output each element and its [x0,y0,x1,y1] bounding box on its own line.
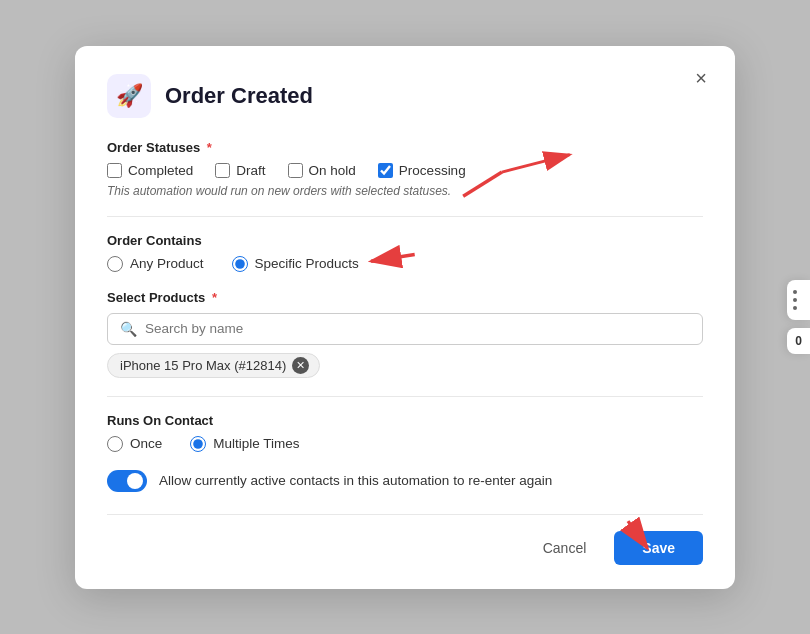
modal-overlay: 🚀 Order Created × Order Statuses * Compl… [0,0,810,634]
order-statuses-hint: This automation would run on new orders … [107,184,703,198]
product-tag: iPhone 15 Pro Max (#12814) ✕ [107,353,320,378]
status-on-hold[interactable]: On hold [288,163,356,178]
runs-on-contact-label: Runs On Contact [107,413,703,428]
tag-label: iPhone 15 Pro Max (#12814) [120,358,286,373]
checkbox-completed[interactable] [107,163,122,178]
toggle-label: Allow currently active contacts in this … [159,473,552,488]
order-statuses-label: Order Statuses * [107,140,703,155]
order-contains-row: Any Product Specific Products [107,256,703,272]
dot-1 [793,290,797,294]
radio-specific-products-input[interactable] [232,256,248,272]
modal-icon: 🚀 [107,74,151,118]
radio-multiple-times-input[interactable] [190,436,206,452]
toggle-slider [107,470,147,492]
dot-3 [793,306,797,310]
runs-on-contact-row: Once Multiple Times [107,436,703,452]
runs-on-contact-section: Runs On Contact Once Multiple Times [107,413,703,452]
radio-any-product[interactable]: Any Product [107,256,204,272]
radio-specific-products[interactable]: Specific Products [232,256,359,272]
tag-remove-button[interactable]: ✕ [292,357,309,374]
cancel-button[interactable]: Cancel [527,531,603,565]
checkbox-processing[interactable] [378,163,393,178]
save-button[interactable]: Save [614,531,703,565]
toggle-row: Allow currently active contacts in this … [107,470,703,492]
radio-any-product-input[interactable] [107,256,123,272]
status-draft[interactable]: Draft [215,163,265,178]
sidebar-badge: 0 [787,328,810,354]
search-wrap: 🔍 [107,313,703,345]
radio-once-input[interactable] [107,436,123,452]
search-input[interactable] [145,321,690,336]
close-button[interactable]: × [689,66,713,90]
order-statuses-row: Completed Draft On hold Processing [107,163,703,178]
re-enter-toggle[interactable] [107,470,147,492]
radio-multiple-times[interactable]: Multiple Times [190,436,299,452]
radio-once[interactable]: Once [107,436,162,452]
status-completed[interactable]: Completed [107,163,193,178]
checkbox-on-hold[interactable] [288,163,303,178]
modal-title: Order Created [165,83,313,109]
select-products-section: Select Products * 🔍 iPhone 15 Pro Max (#… [107,290,703,378]
divider-1 [107,216,703,217]
checkbox-draft[interactable] [215,163,230,178]
order-statuses-section: Order Statuses * Completed Draft On hold [107,140,703,198]
select-products-label: Select Products * [107,290,703,305]
dot-2 [793,298,797,302]
order-contains-section: Order Contains Any Product Specific Prod… [107,233,703,272]
modal: 🚀 Order Created × Order Statuses * Compl… [75,46,735,589]
status-processing[interactable]: Processing [378,163,466,178]
search-icon: 🔍 [120,321,137,337]
modal-header: 🚀 Order Created [107,74,703,118]
divider-2 [107,396,703,397]
order-contains-label: Order Contains [107,233,703,248]
sidebar-panel: 0 [787,280,810,354]
modal-footer: Cancel Save [107,514,703,565]
